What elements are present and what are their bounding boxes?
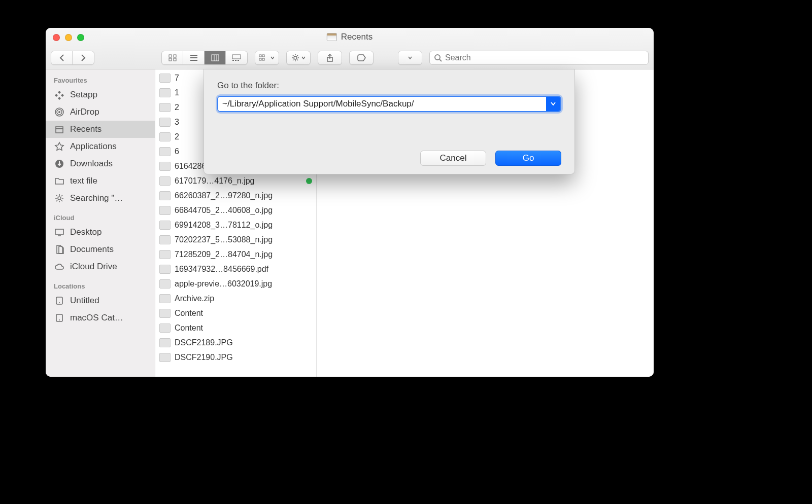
minimize-window-button[interactable] — [65, 34, 72, 41]
gallery-view-button[interactable] — [226, 51, 247, 64]
sidebar-section-label: Favourites — [46, 73, 155, 86]
back-button[interactable] — [51, 51, 73, 64]
gallery-icon — [232, 54, 241, 61]
go-button[interactable]: Go — [495, 151, 561, 166]
file-name: 66844705_2…40608_o.jpg — [175, 206, 312, 215]
folder-path-dropdown[interactable] — [546, 97, 560, 111]
svg-point-13 — [294, 56, 297, 59]
path-dropdown[interactable] — [398, 51, 422, 65]
sidebar-item[interactable]: text file — [46, 172, 155, 190]
window-title: Recents — [327, 32, 373, 42]
nav-buttons — [51, 51, 94, 65]
search-icon — [434, 54, 442, 62]
airdrop-icon — [54, 107, 65, 117]
cloud-icon — [54, 262, 65, 272]
file-row[interactable]: Content — [155, 306, 316, 320]
file-thumbnail-icon — [159, 265, 171, 274]
sidebar-item[interactable]: Setapp — [46, 86, 155, 103]
sidebar-item[interactable]: Documents — [46, 241, 155, 258]
applications-icon — [54, 141, 65, 152]
columns-view-button[interactable] — [205, 51, 226, 64]
svg-rect-11 — [259, 58, 261, 60]
file-thumbnail-icon — [159, 103, 171, 112]
file-row[interactable]: 169347932…8456669.pdf — [155, 262, 316, 276]
sidebar-item[interactable]: macOS Cat… — [46, 309, 155, 327]
sidebar-item-label: Untitled — [70, 296, 99, 306]
sidebar-item[interactable]: Applications — [46, 138, 155, 155]
svg-rect-5 — [232, 55, 241, 59]
titlebar: Recents — [46, 28, 654, 69]
file-name: 66260387_2…97280_n.jpg — [175, 191, 312, 200]
search-input[interactable] — [445, 53, 644, 62]
search-field[interactable] — [429, 51, 649, 65]
svg-point-22 — [58, 197, 61, 200]
file-thumbnail-icon — [159, 338, 171, 347]
action-menu[interactable] — [286, 51, 311, 65]
sidebar-item[interactable]: iCloud Drive — [46, 258, 155, 275]
cancel-button[interactable]: Cancel — [420, 151, 486, 166]
list-view-button[interactable] — [183, 51, 205, 64]
folder-path-combo — [217, 96, 561, 112]
icon-view-button[interactable] — [162, 51, 183, 64]
sidebar-section-label: Locations — [46, 275, 155, 292]
arrange-menu[interactable] — [255, 51, 279, 65]
file-thumbnail-icon — [159, 88, 171, 97]
svg-rect-19 — [56, 127, 63, 128]
file-row[interactable]: 66844705_2…40608_o.jpg — [155, 203, 316, 218]
svg-rect-12 — [262, 58, 264, 60]
file-row[interactable]: apple-previe…6032019.jpg — [155, 276, 316, 291]
share-button[interactable] — [318, 51, 342, 65]
svg-rect-6 — [232, 60, 234, 61]
file-row[interactable]: Archive.zip — [155, 291, 316, 306]
file-name: 6170179…4176_n.jpg — [175, 176, 302, 186]
forward-button[interactable] — [73, 51, 94, 64]
chevron-left-icon — [59, 54, 65, 61]
zoom-window-button[interactable] — [77, 34, 84, 41]
file-row[interactable]: DSCF2190.JPG — [155, 350, 316, 365]
dialog-label: Go to the folder: — [217, 81, 561, 91]
svg-rect-7 — [235, 60, 236, 61]
file-row[interactable]: 71285209_2…84704_n.jpg — [155, 247, 316, 262]
sidebar-item-label: Documents — [70, 244, 114, 255]
sidebar-item-label: iCloud Drive — [70, 262, 117, 272]
goto-folder-dialog: Go to the folder: Cancel Go — [204, 69, 575, 174]
sidebar-item[interactable]: Desktop — [46, 224, 155, 241]
file-row[interactable]: 70202237_5…53088_n.jpg — [155, 232, 316, 247]
file-thumbnail-icon — [159, 74, 171, 83]
tag-icon — [357, 54, 366, 61]
file-row[interactable]: DSCF2189.JPG — [155, 335, 316, 350]
tags-button[interactable] — [349, 51, 374, 65]
file-thumbnail-icon — [159, 250, 171, 259]
recents-icon — [54, 124, 65, 134]
sidebar-item-label: Setapp — [70, 90, 97, 100]
sidebar: FavouritesSetappAirDropRecentsApplicatio… — [46, 69, 155, 377]
sidebar-item-label: Downloads — [70, 159, 113, 169]
setapp-icon — [54, 90, 65, 100]
file-row[interactable]: 66260387_2…97280_n.jpg — [155, 188, 316, 203]
sidebar-item-label: Applications — [70, 141, 117, 152]
file-row[interactable]: Content — [155, 320, 316, 335]
file-name: Content — [175, 323, 312, 333]
svg-rect-9 — [259, 55, 261, 57]
sidebar-item[interactable]: Untitled — [46, 292, 155, 309]
file-thumbnail-icon — [159, 176, 171, 186]
close-window-button[interactable] — [53, 34, 60, 41]
file-name: 70202237_5…53088_n.jpg — [175, 235, 312, 244]
file-row[interactable]: 69914208_3…78112_o.jpg — [155, 218, 316, 232]
sidebar-item[interactable]: Searching "… — [46, 190, 155, 207]
file-thumbnail-icon — [159, 279, 171, 289]
documents-icon — [54, 244, 65, 255]
chevron-down-icon — [270, 56, 275, 59]
toolbar — [51, 50, 649, 66]
folder-path-input[interactable] — [218, 97, 546, 111]
gear-icon — [291, 54, 299, 62]
sidebar-item[interactable]: Downloads — [46, 155, 155, 172]
chevron-right-icon — [80, 54, 86, 61]
file-thumbnail-icon — [159, 206, 171, 215]
file-row[interactable]: 6170179…4176_n.jpg — [155, 173, 316, 188]
sidebar-item[interactable]: AirDrop — [46, 103, 155, 121]
svg-rect-20 — [56, 129, 63, 133]
sidebar-item-label: Recents — [70, 124, 101, 134]
file-name: 71285209_2…84704_n.jpg — [175, 250, 312, 259]
sidebar-item[interactable]: Recents — [46, 121, 155, 138]
